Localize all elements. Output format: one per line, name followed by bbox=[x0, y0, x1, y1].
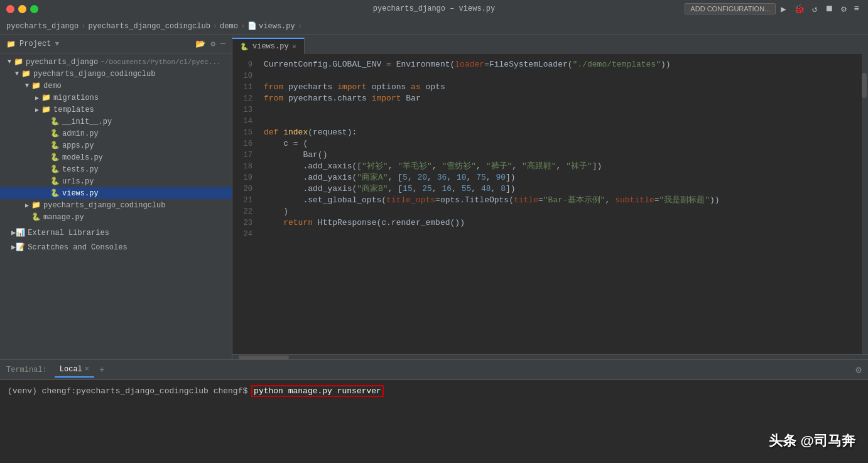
tree-root-path: ~/Documents/Python/cl/pyec... bbox=[100, 58, 220, 66]
terminal-prompt: (venv) chengf:pyecharts_django_codingclu… bbox=[8, 386, 247, 396]
watermark: 头条 @司马奔 bbox=[769, 432, 855, 450]
tree-codingclub2-arrow: ▶ bbox=[23, 202, 31, 209]
py-icon-urls: 🐍 bbox=[50, 177, 60, 186]
ext-libs-icon: 📊 bbox=[16, 228, 25, 237]
rerun-icon[interactable]: ↺ bbox=[810, 3, 820, 16]
code-line-17: Bar() bbox=[264, 150, 855, 161]
breadcrumb-item-4[interactable]: views.py bbox=[259, 22, 295, 31]
tree-admin[interactable]: 🐍 admin.py bbox=[0, 128, 232, 139]
horizontal-scrollbar[interactable] bbox=[232, 354, 868, 359]
code-line-24 bbox=[264, 229, 855, 240]
tree-templates[interactable]: ▶ 📁 templates bbox=[0, 104, 232, 116]
run-icon[interactable]: ▶ bbox=[778, 3, 788, 16]
external-libraries[interactable]: ▶ 📊 External Libraries bbox=[0, 226, 232, 240]
tree-migrations-label: migrations bbox=[53, 94, 99, 102]
code-line-19: .add_yaxis("商家A", [5, 20, 36, 10, 75, 90… bbox=[264, 172, 855, 183]
more-icon[interactable]: ≡ bbox=[852, 3, 862, 15]
breadcrumb-sep-1: › bbox=[81, 22, 85, 31]
tree-apps[interactable]: 🐍 apps.py bbox=[0, 139, 232, 151]
tree-demo[interactable]: ▼ 📁 demo bbox=[0, 80, 232, 92]
sidebar-close-icon[interactable]: — bbox=[220, 39, 225, 49]
ln-19: 19 bbox=[232, 172, 252, 183]
tree-views[interactable]: 🐍 views.py bbox=[0, 187, 232, 199]
terminal-tab-local[interactable]: Local × bbox=[55, 362, 94, 378]
code-line-9: CurrentConfig.GLOBAL_ENV = Environment(l… bbox=[264, 59, 855, 70]
stop-icon[interactable]: ⏹ bbox=[822, 3, 836, 15]
code-line-20: .add_yaxis("商家B", [15, 25, 16, 55, 48, 8… bbox=[264, 183, 855, 195]
tree-admin-label: admin.py bbox=[62, 129, 99, 138]
tree-models[interactable]: 🐍 models.py bbox=[0, 151, 232, 163]
terminal-content: (venv) chengf:pyecharts_django_codingclu… bbox=[0, 380, 868, 463]
folder-icon-codingclub2: 📁 bbox=[31, 200, 41, 210]
ln-24: 24 bbox=[232, 229, 252, 240]
maximize-button[interactable] bbox=[30, 5, 38, 13]
ln-15: 15 bbox=[232, 127, 252, 138]
right-scrollbar[interactable] bbox=[862, 54, 868, 354]
ln-20: 20 bbox=[232, 183, 252, 195]
sidebar-settings-icon[interactable]: ⚙ bbox=[210, 39, 215, 49]
tree-tests[interactable]: 🐍 tests.py bbox=[0, 163, 232, 175]
breadcrumb-sep-2: › bbox=[213, 22, 217, 31]
file-tree: ▼ 📁 pyecharts_django ~/Documents/Python/… bbox=[0, 53, 232, 226]
code-line-11: from pyecharts import options as opts bbox=[264, 82, 855, 93]
py-icon-apps: 🐍 bbox=[50, 141, 60, 150]
tree-templates-arrow: ▶ bbox=[33, 106, 41, 114]
close-button[interactable] bbox=[6, 5, 14, 13]
terminal-tab-close[interactable]: × bbox=[85, 365, 89, 374]
main-layout: 📁 Project ▼ 📂 ⚙ — ▼ 📁 pyecharts_django ~… bbox=[0, 35, 868, 359]
editor-tab-views[interactable]: 🐍 views.py ✕ bbox=[232, 38, 305, 54]
scratches-and-consoles[interactable]: ▶ 📝 Scratches and Consoles bbox=[0, 240, 232, 254]
bottom-panel-header: Terminal: Local × + ⚙ bbox=[0, 360, 868, 380]
py-icon-models: 🐍 bbox=[50, 153, 60, 162]
folder-icon-migrations: 📁 bbox=[41, 93, 51, 102]
ln-10: 10 bbox=[232, 70, 252, 82]
terminal-add-button[interactable]: + bbox=[99, 365, 104, 375]
tree-init[interactable]: 🐍 __init__.py bbox=[0, 116, 232, 128]
editor-area: 🐍 views.py ✕ 9 10 11 12 13 14 15 16 17 1… bbox=[232, 35, 868, 359]
code-line-14 bbox=[264, 116, 855, 127]
ext-libs-arrow: ▶ bbox=[11, 228, 16, 237]
terminal-command[interactable]: python manage.py runserver bbox=[252, 386, 382, 396]
py-icon-init: 🐍 bbox=[50, 117, 60, 126]
tab-close-icon[interactable]: ✕ bbox=[293, 43, 296, 50]
debug-icon[interactable]: 🐞 bbox=[791, 3, 807, 16]
breadcrumb-item-1[interactable]: pyecharts_django bbox=[6, 22, 79, 31]
tree-codingclub2[interactable]: ▶ 📁 pyecharts_django_codingclub bbox=[0, 199, 232, 211]
tree-templates-label: templates bbox=[53, 106, 94, 114]
gear-icon-terminal[interactable]: ⚙ bbox=[855, 364, 862, 376]
editor-tab-label: views.py bbox=[252, 42, 289, 51]
sidebar-dropdown-arrow[interactable]: ▼ bbox=[55, 40, 59, 48]
tree-codingclub-arrow: ▼ bbox=[13, 70, 21, 77]
add-configuration-button[interactable]: ADD CONFIGURATION... bbox=[685, 3, 776, 14]
sidebar-title: Project bbox=[19, 40, 51, 48]
ln-14: 14 bbox=[232, 116, 252, 127]
folder-icon-codingclub: 📁 bbox=[21, 69, 31, 79]
breadcrumb-item-2[interactable]: pyecharts_django_codingclub bbox=[88, 22, 210, 31]
sidebar-header: 📁 Project ▼ 📂 ⚙ — bbox=[0, 35, 232, 53]
folder-icon-root: 📁 bbox=[14, 57, 23, 67]
build-icon[interactable]: ⚙ bbox=[838, 3, 849, 16]
ln-18: 18 bbox=[232, 161, 252, 172]
code-line-10 bbox=[264, 70, 855, 82]
tree-urls-label: urls.py bbox=[62, 177, 94, 186]
minimize-button[interactable] bbox=[18, 5, 26, 13]
sidebar-new-folder-icon[interactable]: 📂 bbox=[195, 39, 205, 49]
code-line-12: from pyecharts.charts import Bar bbox=[264, 93, 855, 104]
ln-23: 23 bbox=[232, 217, 252, 229]
code-line-16: c = ( bbox=[264, 138, 855, 150]
tree-root[interactable]: ▼ 📁 pyecharts_django ~/Documents/Python/… bbox=[0, 56, 232, 68]
ln-16: 16 bbox=[232, 138, 252, 150]
code-line-18: .add_xaxis(["衬衫", "羊毛衫", "雪纺衫", "裤子", "高… bbox=[264, 161, 855, 172]
sidebar-header-right: 📂 ⚙ — bbox=[195, 39, 225, 49]
tree-manage[interactable]: 🐍 manage.py bbox=[0, 211, 232, 223]
code-line-13 bbox=[264, 104, 855, 116]
bottom-panel: Terminal: Local × + ⚙ (venv) chengf:pyec… bbox=[0, 359, 868, 463]
scrollbar-thumb bbox=[862, 73, 867, 98]
window-controls bbox=[6, 5, 38, 13]
tree-urls[interactable]: 🐍 urls.py bbox=[0, 175, 232, 187]
tree-migrations[interactable]: ▶ 📁 migrations bbox=[0, 92, 232, 104]
code-line-15: def index(request): bbox=[264, 127, 855, 138]
tree-codingclub[interactable]: ▼ 📁 pyecharts_django_codingclub bbox=[0, 68, 232, 80]
breadcrumb-item-3[interactable]: demo bbox=[220, 22, 238, 31]
code-editor[interactable]: CurrentConfig.GLOBAL_ENV = Environment(l… bbox=[258, 54, 862, 354]
